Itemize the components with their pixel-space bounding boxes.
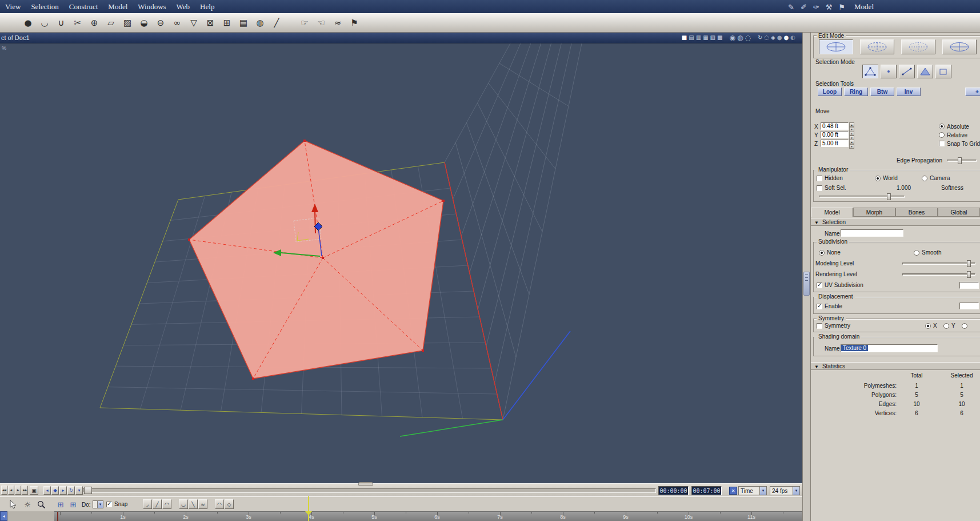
timeline-scrubber-thumb[interactable] xyxy=(84,487,92,494)
tab-model[interactable]: Model xyxy=(811,208,853,217)
link-tool-button[interactable]: ∞ xyxy=(170,15,185,30)
selection-tool-more-button[interactable]: + xyxy=(965,88,980,96)
move-y-input[interactable] xyxy=(821,131,849,138)
menu-item-web[interactable]: Web xyxy=(171,0,195,11)
viewport-3d-scene[interactable] xyxy=(0,43,802,484)
push-hand-tool-button[interactable]: ☞ xyxy=(297,15,312,30)
symmetry-x-radio[interactable] xyxy=(925,323,931,329)
move-z-input[interactable] xyxy=(821,140,849,147)
menu-item-selection[interactable]: Selection xyxy=(26,0,63,11)
prev-keyframe-button[interactable]: ◂ xyxy=(43,486,51,495)
key-wave-button[interactable]: ≈ xyxy=(198,499,207,509)
selection-tool-ring-button[interactable]: Ring xyxy=(844,88,868,96)
relative-radio[interactable] xyxy=(939,132,945,138)
perspective-view-icon[interactable]: ◈ xyxy=(771,33,775,42)
step-forward-button[interactable]: ▸ xyxy=(15,486,21,495)
symmetry-z-radio[interactable] xyxy=(962,323,967,329)
light-sphere-white-icon[interactable]: ● xyxy=(784,33,789,42)
move-x-input[interactable] xyxy=(821,122,849,130)
absolute-radio[interactable] xyxy=(939,124,945,129)
uv-sphere-tool-button[interactable]: ◍ xyxy=(253,15,267,30)
layout-two-rows-icon[interactable]: ▤ xyxy=(689,33,694,42)
manipulator-y-axis[interactable] xyxy=(315,210,315,233)
softness-slider[interactable] xyxy=(819,196,905,198)
funnel-tool-button[interactable]: ▽ xyxy=(186,15,201,30)
playback-start-marker[interactable] xyxy=(57,512,58,521)
polygon-tool-button[interactable]: ▨ xyxy=(120,15,135,30)
edge-propagation-slider[interactable] xyxy=(947,160,977,162)
shading-flat-icon[interactable]: ◍ xyxy=(737,33,743,42)
key-dip-button[interactable]: ◡ xyxy=(179,499,188,509)
key-corner-button[interactable]: ◞ xyxy=(143,499,152,509)
key-diamond-button[interactable]: ◇ xyxy=(225,499,234,509)
grid-snap-button[interactable]: ⊞ xyxy=(55,499,66,510)
curve-tool-button[interactable]: ◡ xyxy=(37,15,52,30)
subdivision-smooth-radio[interactable] xyxy=(914,250,919,256)
flag-icon[interactable]: ⚑ xyxy=(838,3,845,11)
scissors-tool-button[interactable]: ✂ xyxy=(70,15,85,30)
do-combo[interactable]: ▾ xyxy=(93,500,103,508)
chevron-down-icon[interactable]: ▾ xyxy=(759,487,766,495)
select-faces-button[interactable] xyxy=(917,65,933,78)
shading-wireframe-icon[interactable]: ◌ xyxy=(745,33,750,42)
playhead-line[interactable] xyxy=(308,496,309,521)
hidden-checkbox[interactable] xyxy=(817,176,822,181)
move-x-stepper[interactable]: ▴▾ xyxy=(849,122,854,130)
uv-subdivision-checkbox[interactable] xyxy=(817,283,822,288)
time-mode-x-button[interactable]: ✕ xyxy=(729,487,737,495)
selection-tool-inv-button[interactable]: Inv xyxy=(897,88,921,96)
key-arc-button[interactable]: ◠ xyxy=(162,499,171,509)
playhead-marker[interactable] xyxy=(305,511,312,515)
edit-mode-assembly-button[interactable] xyxy=(942,39,977,54)
edit-mode-object-button[interactable] xyxy=(819,39,853,54)
jump-end-button[interactable]: ▸▸ xyxy=(22,486,28,495)
tab-global[interactable]: Global xyxy=(938,208,980,217)
soft-selection-checkbox[interactable] xyxy=(817,185,822,191)
orbit-view-icon[interactable]: ↻ xyxy=(758,33,762,42)
snap-checkbox[interactable] xyxy=(106,502,112,507)
tab-bones[interactable]: Bones xyxy=(895,208,938,217)
ruler-scroll-left-button[interactable]: ◂ xyxy=(0,511,7,521)
selection-name-input[interactable] xyxy=(841,229,903,237)
layout-single-icon[interactable]: ■ xyxy=(682,33,687,42)
flag-tool-button[interactable]: ⚑ xyxy=(347,15,362,30)
world-radio[interactable] xyxy=(875,176,881,181)
marquee-tool-button[interactable]: ▱ xyxy=(103,15,118,30)
time-mode-combo[interactable]: Time ▾ xyxy=(738,486,767,495)
select-cursor-button[interactable] xyxy=(7,499,18,510)
next-keyframe-button[interactable]: ▸ xyxy=(59,486,67,495)
light-sphere-gray-icon[interactable]: ● xyxy=(777,33,782,42)
key-linear-button[interactable]: ╱ xyxy=(153,499,162,509)
timeline-ruler[interactable]: 1s2s3s4s5s6s7s8s9s10s11s xyxy=(54,511,802,521)
shading-name-field[interactable]: Texture 0 xyxy=(841,344,938,352)
rendering-level-slider[interactable] xyxy=(902,273,975,276)
tab-morph[interactable]: Morph xyxy=(853,208,895,217)
symmetry-checkbox[interactable] xyxy=(817,323,822,329)
zoom-timeline-button[interactable] xyxy=(35,499,47,510)
menu-item-help[interactable]: Help xyxy=(195,0,219,11)
add-keyframe-button[interactable]: ◆ xyxy=(51,486,59,495)
cube-tool-button[interactable]: ⊞ xyxy=(219,15,234,30)
light-sphere-dark-icon[interactable]: ◐ xyxy=(790,33,795,42)
menu-item-windows[interactable]: Windows xyxy=(133,0,171,11)
camera-radio[interactable] xyxy=(922,176,927,181)
shading-smooth-icon[interactable]: ◉ xyxy=(730,33,735,42)
select-vertices-button[interactable] xyxy=(881,65,897,78)
select-points-button[interactable] xyxy=(862,65,878,78)
weld-tool-button[interactable]: ⊕ xyxy=(87,15,102,30)
statistics-section-header[interactable]: ▼Statistics xyxy=(811,362,980,370)
subdivision-none-radio[interactable] xyxy=(819,250,825,256)
displacement-enable-checkbox[interactable] xyxy=(817,304,822,309)
key-slope-button[interactable]: ╲ xyxy=(189,499,198,509)
keyframe-options-button[interactable]: ▾ xyxy=(75,486,83,495)
dome-tool-button[interactable]: ◒ xyxy=(137,15,151,30)
pull-hand-tool-button[interactable]: ☜ xyxy=(314,15,329,30)
uv-subdivision-field[interactable] xyxy=(959,282,979,289)
select-edges-button[interactable] xyxy=(899,65,915,78)
delete-tool-button[interactable]: ⊠ xyxy=(203,15,218,30)
chevron-down-icon[interactable]: ▾ xyxy=(793,487,799,495)
edit-mode-vertex-button[interactable] xyxy=(860,39,894,54)
pentagon-face[interactable] xyxy=(189,141,443,379)
target-view-icon[interactable]: ◌ xyxy=(764,33,769,42)
key-smooth-button[interactable]: ◠ xyxy=(215,499,224,509)
